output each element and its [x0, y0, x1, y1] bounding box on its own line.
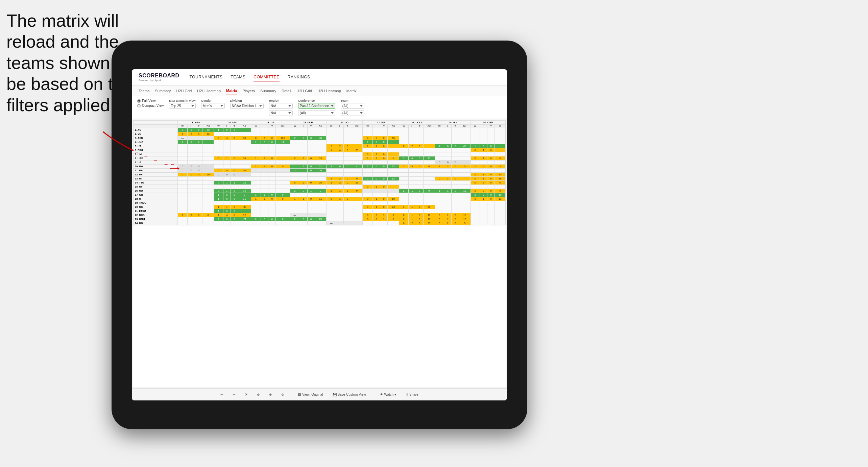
table-row: 8. UAF01014120010151100100110100 [134, 156, 506, 161]
matrix-cell: 10 [423, 213, 435, 217]
sub-nav-players[interactable]: Players [242, 87, 255, 95]
nav-teams[interactable]: TEAMS [231, 73, 246, 81]
sub-nav-players-h2h-heatmap[interactable]: H2H Heatmap [317, 87, 341, 95]
nav-rankings[interactable]: RANKINGS [288, 73, 310, 81]
matrix-cell [423, 161, 435, 165]
sub-nav-players-matrix[interactable]: Matrix [346, 87, 357, 95]
matrix-cell [261, 169, 268, 173]
matrix-cell [315, 140, 326, 144]
matrix-cell: 1 [480, 177, 487, 181]
matrix-cell [315, 148, 326, 152]
refresh-button[interactable]: ⟳ [242, 392, 250, 397]
watch-button[interactable]: 👁 Watch ▾ [377, 392, 399, 397]
reset-button[interactable]: ⊙ [279, 392, 287, 397]
matrix-cell: 0 [261, 140, 268, 144]
sub-nav-teams[interactable]: Teams [139, 87, 149, 95]
matrix-cell: 0 [363, 136, 373, 140]
region-select-2[interactable]: N/A [269, 110, 293, 116]
matrix-cell [487, 217, 495, 221]
matrix-cell: 1 [326, 189, 336, 193]
conference-select[interactable]: Pac-12 Conference (All) ACC Big Ten [298, 103, 335, 109]
matrix-cell [487, 201, 495, 205]
division-select[interactable]: NCAA Division I NCAA Division II NCAA Di… [230, 103, 264, 109]
redo-button[interactable]: ↪ [230, 392, 238, 397]
sub-nav-players-summary[interactable]: Summary [260, 87, 276, 95]
gender-select[interactable]: Men's Women's [201, 103, 225, 109]
matrix-cell [416, 181, 423, 185]
undo-button[interactable]: ↩ [218, 392, 226, 397]
matrix-cell [336, 193, 344, 197]
matrix-container[interactable]: 3. ASU 10. UW 11. UA 22. UCB 24. UO 27. … [133, 120, 506, 387]
matrix-cell: 0 [444, 161, 452, 165]
max-teams-select[interactable]: Top 25 Top 50 All [169, 103, 196, 109]
sub-nav-detail[interactable]: Detail [282, 87, 291, 95]
matrix-cell [238, 165, 251, 169]
matrix-cell [344, 209, 351, 213]
region-select[interactable]: N/A East West [269, 103, 293, 109]
matrix-cell [214, 148, 223, 152]
matrix-cell: — [290, 213, 300, 217]
region-label: Region [269, 99, 293, 102]
matrix-cell [202, 144, 214, 148]
matrix-cell [416, 148, 423, 152]
view-original-button[interactable]: 🖼 View: Original [295, 392, 326, 397]
matrix-cell: 0 [344, 144, 351, 148]
sub-nav-h2h-grid[interactable]: H2H Grid [176, 87, 192, 95]
matrix-cell [363, 201, 373, 205]
matrix-cell: 0 [452, 165, 459, 169]
matrix-cell: 40 [423, 205, 435, 209]
matrix-cell: 0 [231, 189, 238, 193]
matrix-cell [290, 209, 300, 213]
zoom-out-button[interactable]: ⊖ [254, 392, 262, 397]
nav-committee[interactable]: COMMITTEE [254, 73, 280, 81]
matrix-cell [290, 201, 300, 205]
matrix-cell [195, 144, 202, 148]
toolbar-sep-2 [373, 392, 373, 397]
nav-tournaments[interactable]: TOURNAMENTS [190, 73, 223, 81]
matrix-cell: 1 [214, 193, 223, 197]
matrix-cell: 0 [223, 173, 231, 177]
matrix-cell [188, 144, 195, 148]
matrix-cell [435, 173, 444, 177]
matrix-cell [300, 213, 307, 217]
save-custom-view-button[interactable]: 💾 Save Custom View [330, 392, 369, 397]
matrix-cell: 2 [251, 217, 261, 221]
compact-view-label: Compact View [142, 104, 164, 107]
matrix-cell: 0 [188, 128, 195, 132]
full-view-radio[interactable]: Full View [137, 99, 164, 103]
sub-nav-h2h-heatmap[interactable]: H2H Heatmap [197, 87, 221, 95]
matrix-cell [195, 136, 202, 140]
compact-view-radio[interactable]: Compact View [137, 104, 164, 107]
matrix-cell: 0 [300, 169, 307, 173]
matrix-cell: 35 [351, 148, 363, 152]
matrix-cell [416, 201, 423, 205]
sub-nav-summary[interactable]: Summary [155, 87, 171, 95]
matrix-cell: 0 [195, 128, 202, 132]
matrix-cell [326, 136, 336, 140]
matrix-cell [487, 205, 495, 209]
matrix-cell: 0 [487, 156, 495, 161]
sub-nav-players-h2h-grid[interactable]: H2H Grid [296, 87, 312, 95]
matrix-cell [214, 221, 223, 225]
matrix-cell [344, 213, 351, 217]
matrix-cell: 2 [336, 177, 344, 181]
matrix-cell: 1 [223, 205, 231, 209]
matrix-cell [290, 140, 300, 144]
team-select[interactable]: (All) [341, 103, 364, 109]
zoom-fit-button[interactable]: ⊕ [266, 392, 274, 397]
conference-select-2[interactable]: (All) [298, 110, 335, 116]
matrix-cell: 1 [373, 185, 380, 189]
bottom-toolbar: ↩ ↪ ⟳ ⊖ ⊕ ⊙ 🖼 View: Original 💾 Save Cust… [132, 388, 507, 400]
matrix-cell [399, 169, 409, 173]
matrix-cell [188, 217, 195, 221]
matrix-cell: 2 [188, 132, 195, 136]
matrix-cell [351, 152, 363, 156]
ua-w: W [251, 125, 261, 128]
matrix-cell: 10 [459, 213, 471, 217]
sub-nav-matrix[interactable]: Matrix [226, 87, 237, 95]
matrix-cell [290, 193, 300, 197]
matrix-cell: 0 [344, 165, 351, 169]
team-select-2[interactable]: (All) [341, 110, 364, 116]
share-button[interactable]: ⬆ Share [403, 392, 421, 397]
matrix-cell: 0 [452, 217, 459, 221]
